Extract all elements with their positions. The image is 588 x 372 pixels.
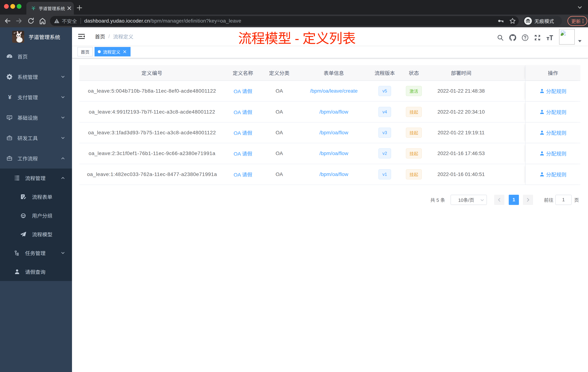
tag-home[interactable]: 首页 — [77, 47, 93, 56]
sidebar-item-home[interactable]: 首页 — [0, 46, 72, 67]
cell-definition-name-link[interactable]: OA 请假 — [225, 129, 261, 136]
logo-title: 芋道管理系统 — [29, 33, 60, 41]
screen: 芋道管理系统 不安全 dashboard.yudao.iocoder.cn/bp… — [0, 0, 588, 372]
sidebar-item-workflow[interactable]: 工作流程 — [0, 148, 72, 169]
cell-form-link[interactable]: /bpm/oa/flow — [297, 109, 370, 115]
sidebar-item-payment-management[interactable]: ¥ 支付管理 — [0, 87, 72, 107]
address-bar[interactable]: 不安全 dashboard.yudao.iocoder.cn/bpm/manag… — [50, 16, 519, 26]
monitor-icon — [6, 115, 13, 120]
browser-tab-strip: 芋道管理系统 — [0, 0, 588, 15]
cell-definition-name-link[interactable]: OA 请假 — [225, 87, 261, 95]
sidebar-item-infrastructure[interactable]: 基础设施 — [0, 107, 72, 128]
not-secure-warning-icon[interactable] — [54, 18, 59, 23]
github-icon[interactable] — [506, 34, 519, 41]
user-icon — [539, 130, 545, 135]
sidebar-item-task-management[interactable]: 任务管理 — [0, 243, 72, 262]
assign-rule-button[interactable]: 分配规则 — [539, 129, 566, 136]
sidebar-item-dev-tools[interactable]: 研发工具 — [0, 128, 72, 148]
header-search-icon[interactable] — [494, 34, 506, 41]
pagination-total: 共 5 条 — [430, 196, 445, 203]
navbar: 首页 / 流程定义 — [72, 27, 588, 45]
cell-deploy-time: 2022-01-22 19:19:11 — [428, 130, 494, 136]
assign-rule-label: 分配规则 — [546, 108, 566, 116]
cell-form-link[interactable]: /bpm/oa/flow — [297, 151, 370, 156]
window-zoom-button[interactable] — [17, 4, 21, 9]
cell-definition-category: OA — [261, 151, 297, 156]
bookmark-star-icon[interactable] — [509, 18, 516, 24]
cell-definition-name-link[interactable]: OA 请假 — [225, 150, 261, 157]
browser-reload-button[interactable] — [27, 17, 34, 25]
version-tag: v5 — [378, 86, 391, 96]
tag-process-definition[interactable]: 流程定义 — [94, 47, 131, 56]
fullscreen-icon[interactable] — [531, 34, 544, 41]
gear-icon — [6, 74, 13, 80]
cell-form-link[interactable]: /bpm/oa/flow — [297, 171, 370, 177]
pagination-prev-button[interactable] — [494, 195, 504, 205]
tags-view: 首页 流程定义 — [72, 45, 588, 58]
cell-version: v4 — [370, 107, 399, 117]
sidebar-item-user-group[interactable]: 用户分组 — [0, 206, 72, 225]
sidebar-item-label: 流程模型 — [32, 230, 52, 238]
robot-icon — [20, 212, 27, 219]
person-icon — [14, 269, 20, 275]
status-tag: 挂起 — [406, 128, 422, 138]
user-icon — [539, 109, 545, 114]
tab-search-icon[interactable] — [578, 5, 582, 10]
browser-back-button[interactable] — [4, 17, 11, 25]
font-size-icon[interactable] — [544, 34, 556, 41]
assign-rule-button[interactable]: 分配规则 — [539, 171, 566, 178]
cell-definition-name-link[interactable]: OA 请假 — [225, 108, 261, 116]
docedit-icon — [20, 194, 27, 200]
tag-active-dot — [98, 50, 101, 53]
definition-table: 定义编号 定义名称 定义分类 表单信息 流程版本 状态 部署时间 操作 oa_l… — [79, 65, 580, 185]
pagination-jump-input[interactable] — [555, 195, 572, 205]
cell-version: v1 — [370, 169, 399, 179]
sidebar-item-process-management[interactable]: 流程管理 — [0, 169, 72, 187]
url-actions — [498, 18, 516, 24]
cell-form-link[interactable]: /bpm/oa/leave/create — [297, 88, 370, 94]
password-key-icon[interactable] — [498, 18, 504, 24]
pagination-next-button[interactable] — [523, 195, 533, 205]
col-header-form-info: 表单信息 — [297, 69, 370, 77]
sidebar-item-label: 流程管理 — [25, 174, 45, 182]
browser-menu-icon — [583, 19, 583, 23]
cell-definition-id: oa_leave:1:482ec033-762a-11ec-8477-a2380… — [79, 171, 225, 177]
cell-version: v2 — [370, 148, 399, 159]
window-minimize-button[interactable] — [10, 4, 15, 9]
sidebar-toggle-button[interactable] — [72, 27, 91, 45]
chevron-up-icon — [61, 176, 65, 180]
sidebar-item-process-model[interactable]: 流程模型 — [0, 225, 72, 243]
user-menu-caret-icon[interactable] — [578, 40, 582, 43]
sidebar-item-system-management[interactable]: 系统管理 — [0, 67, 72, 87]
status-tag: 挂起 — [406, 148, 422, 159]
browser-tab[interactable]: 芋道管理系统 — [26, 2, 74, 15]
sidebar-item-label: 用户分组 — [32, 212, 52, 219]
page-size-select[interactable]: 10条/页 — [451, 195, 487, 205]
assign-rule-button[interactable]: 分配规则 — [539, 108, 566, 116]
help-icon[interactable] — [519, 34, 531, 41]
sidebar-logo[interactable]: 芋道管理系统 — [0, 27, 72, 46]
breadcrumb-home[interactable]: 首页 — [95, 33, 105, 40]
browser-forward-button[interactable] — [15, 17, 22, 25]
cell-form-link[interactable]: /bpm/oa/flow — [297, 130, 370, 136]
new-tab-button[interactable] — [77, 5, 82, 11]
sidebar-item-label: 任务管理 — [25, 249, 45, 257]
version-tag: v1 — [378, 169, 391, 179]
pagination-page-1[interactable]: 1 — [509, 195, 519, 205]
cell-definition-name-link[interactable]: OA 请假 — [225, 171, 261, 178]
col-header-status: 状态 — [399, 69, 428, 77]
breadcrumb: 首页 / 流程定义 — [95, 33, 134, 40]
assign-rule-button[interactable]: 分配规则 — [539, 150, 566, 157]
tag-close-icon[interactable] — [123, 50, 126, 54]
chrome-update-button[interactable]: 更新 — [567, 16, 587, 26]
sidebar-item-process-form[interactable]: 流程表单 — [0, 187, 72, 206]
cell-actions: 分配规则 — [525, 81, 580, 101]
sidebar-item-label: 支付管理 — [17, 94, 38, 101]
sidebar-item-leave-query[interactable]: 请假查询 — [0, 262, 72, 281]
tab-close-icon[interactable] — [67, 6, 71, 10]
user-avatar[interactable] — [559, 29, 575, 44]
assign-rule-button[interactable]: 分配规则 — [539, 87, 566, 95]
cell-deploy-time: 2022-01-16 01:40:51 — [428, 171, 494, 177]
browser-home-button[interactable] — [39, 17, 46, 25]
window-close-button[interactable] — [4, 4, 9, 9]
